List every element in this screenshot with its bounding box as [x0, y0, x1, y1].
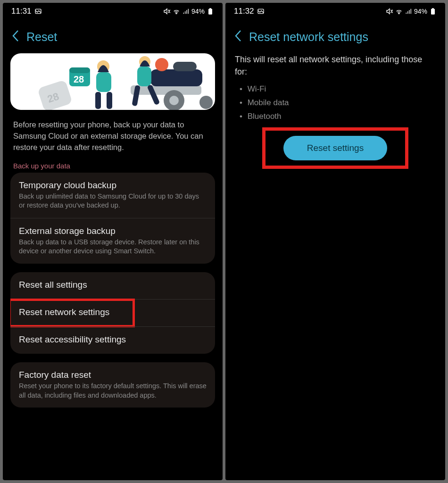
page-title: Reset	[26, 30, 57, 44]
svg-rect-24	[431, 9, 435, 15]
description: This will reset all network settings, in…	[233, 53, 438, 83]
svg-rect-2	[209, 8, 211, 9]
svg-point-14	[169, 96, 179, 105]
screenshot-icon	[34, 8, 42, 15]
item-subtitle: Reset your phone to its factory default …	[19, 382, 207, 400]
svg-rect-18	[173, 62, 197, 71]
item-subtitle: Back up unlimited data to Samsung Cloud …	[19, 192, 207, 210]
factory-reset-card: Factory data reset Reset your phone to i…	[10, 362, 215, 408]
svg-point-15	[199, 96, 213, 109]
signal-icon	[405, 8, 412, 15]
bullet-mobile-data: Mobile data	[235, 96, 436, 110]
item-title: Reset network settings	[19, 307, 207, 317]
signal-icon	[182, 8, 190, 15]
wifi-icon	[173, 8, 180, 15]
action-wrap: Reset settings	[233, 136, 438, 160]
bullet-list: Wi-Fi Mobile data Bluetooth	[233, 83, 438, 136]
svg-rect-20	[137, 67, 151, 86]
illustration-banner: 28 28	[10, 53, 215, 110]
svg-point-17	[155, 58, 168, 71]
item-factory-data-reset[interactable]: Factory data reset Reset your phone to i…	[10, 362, 215, 408]
battery-icon	[429, 8, 437, 15]
svg-rect-6	[69, 67, 90, 73]
item-external-storage-backup[interactable]: External storage backup Back up data to …	[10, 218, 215, 264]
item-subtitle: Back up data to a USB storage device. Re…	[19, 238, 207, 256]
svg-rect-12	[131, 85, 201, 95]
clock: 11:31	[11, 7, 32, 16]
svg-text:28: 28	[74, 74, 84, 84]
item-title: Reset all settings	[19, 280, 207, 290]
svg-rect-25	[432, 8, 434, 9]
clock: 11:32	[234, 7, 254, 16]
header: Reset network settings	[225, 18, 445, 53]
phone-right: 11:32 94% Reset network settings This wi…	[225, 3, 445, 480]
battery-icon	[207, 8, 214, 15]
mute-icon	[386, 8, 393, 15]
item-title: Reset accessibility settings	[19, 334, 207, 345]
svg-rect-11	[107, 92, 112, 109]
item-title: External storage backup	[19, 226, 207, 236]
mute-icon	[163, 8, 171, 15]
back-button[interactable]	[11, 29, 20, 45]
status-bar: 11:31 94%	[3, 3, 223, 18]
intro-text: Before resetting your phone, back up you…	[10, 119, 215, 162]
item-title: Factory data reset	[19, 370, 207, 380]
back-button[interactable]	[234, 29, 242, 45]
screenshot-icon	[257, 8, 265, 15]
header: Reset	[3, 18, 223, 53]
svg-rect-10	[95, 92, 101, 109]
svg-rect-9	[96, 72, 111, 92]
svg-rect-1	[208, 9, 212, 15]
item-title: Temporary cloud backup	[19, 180, 207, 191]
item-reset-network-settings[interactable]: Reset network settings	[10, 299, 215, 326]
reset-options-card: Reset all settings Reset network setting…	[10, 272, 215, 354]
backup-card: Temporary cloud backup Back up unlimited…	[10, 173, 215, 264]
bullet-wifi: Wi-Fi	[235, 83, 436, 96]
phone-left: 11:31 94% Reset 28	[3, 3, 223, 480]
item-reset-accessibility-settings[interactable]: Reset accessibility settings	[10, 326, 215, 354]
wifi-icon	[395, 8, 403, 15]
item-reset-all-settings[interactable]: Reset all settings	[10, 272, 215, 299]
battery-pct: 94%	[191, 8, 205, 15]
reset-settings-button[interactable]: Reset settings	[283, 136, 387, 160]
svg-rect-16	[150, 69, 202, 86]
status-bar: 11:32 94%	[225, 3, 445, 18]
section-label: Back up your data	[10, 162, 215, 173]
item-temp-cloud-backup[interactable]: Temporary cloud backup Back up unlimited…	[10, 173, 215, 218]
bullet-bluetooth: Bluetooth	[235, 110, 436, 124]
page-title: Reset network settings	[249, 30, 368, 44]
battery-pct: 94%	[414, 8, 427, 15]
